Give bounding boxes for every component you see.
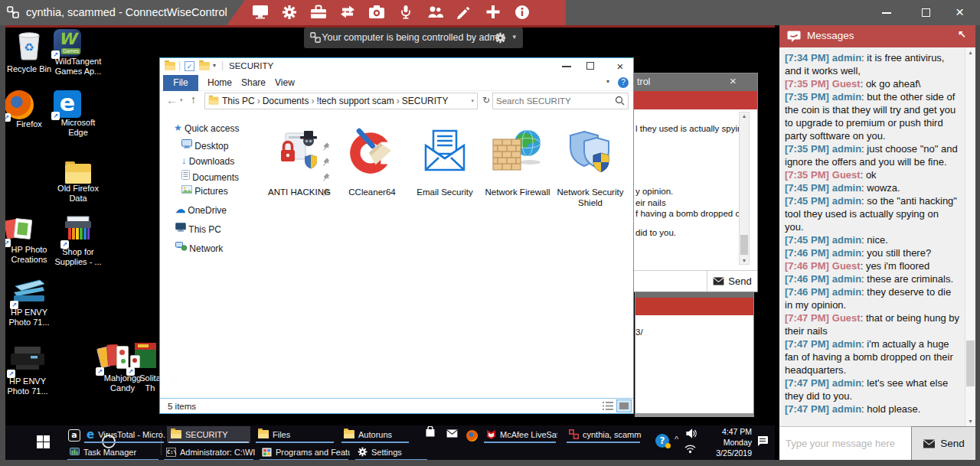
maximize-button[interactable] (586, 62, 594, 70)
search-input[interactable] (496, 93, 611, 109)
action-center-icon[interactable] (756, 435, 769, 450)
sidebar-item-network[interactable]: Network (175, 242, 223, 257)
taskbar-task-manager-button[interactable]: Task Manager (66, 444, 160, 461)
chat-scrollbar[interactable]: ▴ ▾ (739, 112, 750, 265)
breadcrumb[interactable]: This PC›Documents›!tech support scam›SEC… (204, 93, 478, 109)
up-icon[interactable]: ↑ (191, 93, 196, 106)
annotate-icon[interactable] (456, 5, 472, 21)
add-icon[interactable] (485, 5, 501, 21)
breadcrumb-this-pc[interactable]: This PC (222, 96, 255, 106)
wifi-icon[interactable] (684, 442, 696, 456)
taskbar-autoruns-button[interactable]: Autoruns (340, 426, 410, 443)
large-icons-view-icon[interactable] (616, 399, 632, 412)
sidebar-item-onedrive[interactable]: ☁ OneDrive (175, 204, 227, 219)
ribbon-expand-icon[interactable]: ▾ (606, 78, 609, 85)
qat-new-folder-icon[interactable] (199, 62, 210, 70)
qat-customize-icon[interactable]: ▾ (213, 62, 216, 69)
details-view-icon[interactable] (603, 401, 613, 412)
scroll-thumb[interactable] (740, 235, 748, 255)
desktop-icon-old-firefox-data[interactable]: Old Firefox Data (54, 162, 103, 204)
address-dropdown-icon[interactable]: ▾ (471, 98, 474, 104)
help-icon[interactable]: ? (618, 77, 629, 88)
transfer-icon[interactable] (339, 5, 356, 21)
search-box[interactable] (492, 93, 629, 109)
microphone-icon[interactable] (397, 5, 414, 21)
scroll-up-icon[interactable]: ▴ (965, 49, 975, 56)
refresh-icon[interactable]: ↻ (482, 95, 490, 106)
sidebar-item-downloads[interactable]: ↓ Downloads (181, 155, 266, 170)
tab-view[interactable]: View (275, 75, 295, 91)
sidebar-item-this-pc[interactable]: This PC (175, 223, 221, 238)
sidebar-item-desktop[interactable]: Desktop (181, 139, 266, 155)
taskbar-virustotal-button[interactable]: eVirusTotal - Micro... (83, 426, 165, 443)
scroll-thumb[interactable] (966, 341, 975, 386)
file-network-firewall[interactable]: Network Firewall (483, 118, 552, 197)
desktop-icon-firefox[interactable]: ↗ Firefox (5, 90, 54, 129)
taskbar-mail-button[interactable] (443, 426, 461, 443)
taskbar-programs-button[interactable]: Programs and Features (258, 444, 350, 461)
message-input[interactable] (779, 427, 911, 460)
tab-file[interactable]: File (163, 75, 198, 91)
file-network-security-shield[interactable]: Network Security Shield (556, 118, 625, 208)
taskbar-mcafee-button[interactable]: McAfee LiveSafe (482, 426, 557, 443)
taskbar-settings-button[interactable]: Settings (354, 444, 429, 461)
minimize-button[interactable] (562, 66, 571, 67)
close-icon[interactable]: × (730, 74, 737, 87)
info-icon[interactable] (514, 5, 531, 21)
hp-support-icon[interactable]: ? (655, 433, 669, 448)
file-anti-hacking[interactable]: ANTI HACKING (265, 118, 334, 197)
tray-expand-icon[interactable]: ^ (675, 435, 678, 444)
tab-share[interactable]: Share (241, 75, 266, 91)
desktop-icon-hp-envy-printer[interactable]: ↗ HP ENVY Photo 71... (3, 344, 52, 396)
message-input-box[interactable] (779, 426, 911, 460)
taskbar-store-button[interactable] (421, 426, 439, 443)
taskbar-amazon-button[interactable]: a (65, 426, 83, 443)
screenshot-icon[interactable] (368, 5, 385, 21)
desktop-icon-recycle-bin[interactable]: ♻ Recycle Bin (5, 29, 54, 74)
chat-send-button[interactable]: Send (707, 271, 757, 292)
maximize-button[interactable] (922, 8, 930, 17)
sidebar-item-quick-access[interactable]: ★ Quick access (174, 122, 239, 138)
desktop-icon-hp-envy-scanner[interactable]: ↗ HP ENVY Photo 71... (5, 277, 54, 328)
messages-scrollbar[interactable]: ▴ ▾ (965, 47, 975, 426)
people-icon[interactable] (426, 5, 443, 21)
speaker-icon[interactable] (686, 428, 697, 442)
taskbar-security-button[interactable]: SECURITY (167, 426, 250, 443)
tab-home[interactable]: Home (207, 75, 232, 91)
desktop-icon-wildtangent[interactable]: W Games ↗ WildTangent Games Ap... (54, 29, 103, 77)
search-icon[interactable] (615, 96, 625, 108)
sidebar-item-documents[interactable]: Documents (181, 170, 266, 185)
send-button[interactable]: Send (911, 426, 975, 460)
minimize-button[interactable] (882, 12, 891, 14)
scroll-down-icon[interactable]: ▾ (740, 257, 749, 264)
gear-icon[interactable] (281, 5, 298, 21)
file-ccleaner64[interactable]: CCleaner64 (338, 118, 407, 197)
desktop-icon-edge[interactable]: e↗ Microsoft Edge (54, 90, 103, 138)
taskbar-session-button[interactable]: cynthia, scamme... (565, 426, 642, 443)
taskbar-files-button[interactable]: Files (254, 426, 335, 443)
taskbar-admin-cmd-button[interactable]: C:\Administrator: C:\WI... (162, 444, 255, 461)
banner-caret-icon[interactable]: ▾ (512, 33, 516, 41)
breadcrumb-tech-support-scam[interactable]: !tech support scam (316, 96, 394, 106)
scroll-down-icon[interactable]: ▾ (965, 418, 975, 425)
back-history-icon[interactable]: ▾ (180, 97, 183, 103)
pop-out-icon[interactable]: ↖ (958, 28, 966, 40)
breadcrumb-documents[interactable]: Documents (263, 96, 309, 106)
taskbar-firefox-button[interactable] (462, 426, 481, 443)
scroll-up-icon[interactable]: ▴ (740, 112, 749, 119)
banner-gear-icon[interactable] (495, 32, 506, 47)
monitor-icon[interactable] (252, 5, 269, 21)
back-icon[interactable]: ← (166, 93, 178, 106)
close-button[interactable]: × (956, 2, 964, 22)
desktop-icon-shop-supplies[interactable]: ↗ Shop for Supplies - ... (54, 215, 103, 267)
sidebar-item-pictures[interactable]: Pictures (181, 185, 266, 200)
start-button[interactable] (37, 435, 50, 451)
clock[interactable]: 4:47 PM Monday 3/25/2019 (698, 426, 752, 458)
breadcrumb-security[interactable]: SECURITY (402, 96, 449, 106)
desktop-icon-hp-photo-creations[interactable]: ↗ HP Photo Creations (5, 217, 54, 265)
file-email-security[interactable]: Email Security (410, 118, 479, 197)
qat-properties-icon[interactable]: ✓ (185, 61, 194, 71)
explorer-titlebar[interactable]: | ✓ ▾ | SECURITY × (160, 58, 633, 75)
close-button[interactable]: × (610, 58, 630, 75)
toolbox-icon[interactable] (310, 5, 327, 21)
